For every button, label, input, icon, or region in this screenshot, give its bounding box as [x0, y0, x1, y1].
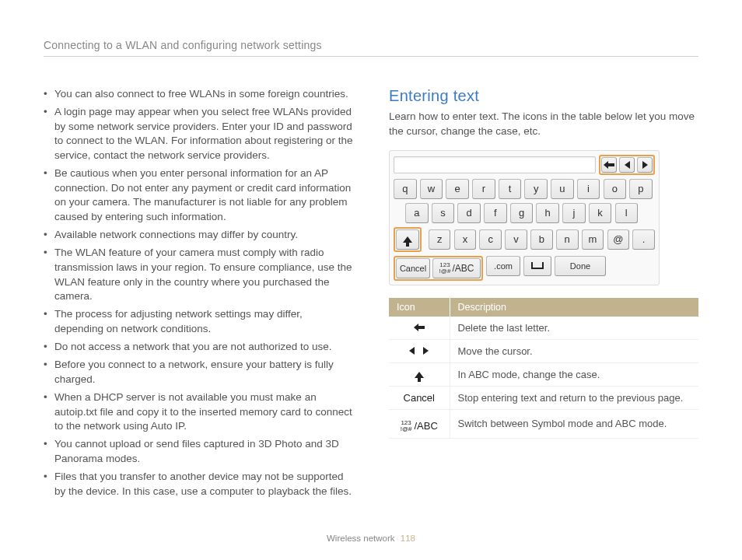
shift-key[interactable]: [396, 229, 419, 250]
key-t[interactable]: t: [499, 179, 522, 199]
table-row: Cancel Stop entering text and return to …: [389, 386, 698, 409]
key-u[interactable]: u: [551, 179, 574, 199]
key-p[interactable]: p: [629, 179, 653, 199]
key-d[interactable]: d: [457, 203, 481, 223]
key-b[interactable]: b: [530, 229, 553, 250]
table-cell-desc: Delete the last letter.: [450, 317, 698, 340]
mode-symbol-icon: 123!@#: [439, 262, 451, 275]
cursor-left-key[interactable]: [619, 157, 635, 173]
cursor-controls-group: [599, 155, 655, 175]
triangle-left-icon: [625, 161, 630, 169]
list-item: When a DHCP server is not available you …: [44, 390, 353, 434]
cancel-label: Cancel: [404, 392, 435, 404]
key-period[interactable]: .: [632, 229, 655, 250]
table-row: 123!@# /ABC Switch between Symbol mode a…: [389, 409, 698, 438]
space-key[interactable]: [523, 256, 551, 276]
table-header-desc: Description: [450, 298, 698, 317]
shift-key-highlight: [394, 227, 422, 252]
text-input[interactable]: [394, 156, 596, 173]
list-item: You cannot upload or send files captured…: [44, 437, 353, 466]
list-item: Be cautious when you enter personal info…: [44, 166, 353, 225]
key-v[interactable]: v: [505, 229, 527, 250]
shift-icon: [415, 372, 424, 378]
key-o[interactable]: o: [604, 179, 627, 199]
mode-label: 123!@# /ABC: [401, 420, 438, 432]
key-q[interactable]: q: [394, 179, 417, 199]
cursor-right-key[interactable]: [637, 157, 653, 173]
triangle-right-icon: [423, 347, 429, 355]
content-columns: You can also connect to free WLANs in so…: [44, 87, 698, 513]
key-r[interactable]: r: [472, 179, 495, 199]
table-cell-desc: Move the cursor.: [450, 339, 698, 362]
key-a[interactable]: a: [405, 203, 429, 223]
key-c[interactable]: c: [479, 229, 502, 250]
mode-label: /ABC: [452, 263, 474, 274]
section-heading: Entering text: [389, 87, 698, 105]
keyboard-row-1: q w e r t y u i o p: [394, 179, 655, 199]
key-i[interactable]: i: [577, 179, 600, 199]
key-l[interactable]: l: [615, 203, 639, 223]
key-w[interactable]: w: [420, 179, 443, 199]
key-h[interactable]: h: [536, 203, 559, 223]
section-intro: Learn how to enter text. The icons in th…: [389, 110, 698, 139]
key-f[interactable]: f: [484, 203, 507, 223]
table-cell-desc: In ABC mode, change the case.: [450, 362, 698, 386]
triangle-left-icon: [409, 347, 415, 355]
list-item: The process for adjusting network settin…: [44, 307, 353, 336]
list-item: The WLAN feature of your camera must com…: [44, 246, 353, 304]
bullet-list: You can also connect to free WLANs in so…: [44, 87, 353, 499]
key-m[interactable]: m: [582, 229, 604, 250]
mode-switch-key[interactable]: 123!@# /ABC: [432, 258, 481, 278]
table-row: Delete the last letter.: [389, 317, 698, 340]
triangle-right-icon: [642, 161, 648, 169]
shift-icon: [403, 236, 412, 243]
page-footer: Wireless network 118: [0, 534, 742, 543]
list-item: Available network connections may differ…: [44, 228, 353, 243]
backspace-icon: [414, 324, 425, 331]
backspace-icon: [604, 161, 614, 169]
table-cell-desc: Switch between Symbol mode and ABC mode.: [450, 409, 698, 438]
done-key[interactable]: Done: [555, 256, 606, 276]
footer-section: Wireless network: [327, 534, 395, 543]
key-y[interactable]: y: [524, 179, 548, 199]
dotcom-key[interactable]: .com: [486, 256, 520, 276]
left-column: You can also connect to free WLANs in so…: [44, 87, 353, 513]
list-item: A login page may appear when you select …: [44, 105, 353, 163]
list-item: Before you connect to a network, ensure …: [44, 358, 353, 387]
key-g[interactable]: g: [510, 203, 534, 223]
page-header: Connecting to a WLAN and configuring net…: [44, 39, 698, 57]
key-j[interactable]: j: [562, 203, 586, 223]
mode-symbol-icon: 123!@#: [401, 420, 412, 432]
footer-page-number: 118: [401, 534, 415, 543]
table-row: Move the cursor.: [389, 339, 698, 362]
list-item: Do not access a network that you are not…: [44, 340, 353, 355]
right-column: Entering text Learn how to enter text. T…: [389, 87, 698, 513]
cancel-mode-highlight: Cancel 123!@# /ABC: [394, 256, 483, 281]
key-s[interactable]: s: [432, 203, 455, 223]
virtual-keyboard: q w e r t y u i o p a s d f g h j k l: [389, 150, 660, 285]
key-e[interactable]: e: [446, 179, 469, 199]
icon-description-table: Icon Description Delete the last letter.…: [389, 298, 698, 439]
table-header-icon: Icon: [389, 298, 450, 317]
table-cell-desc: Stop entering text and return to the pre…: [450, 386, 698, 409]
list-item: Files that you transfer to another devic…: [44, 470, 353, 499]
keyboard-row-3: z x c v b n m @ .: [394, 227, 655, 252]
table-row: In ABC mode, change the case.: [389, 362, 698, 386]
backspace-key[interactable]: [601, 157, 617, 173]
key-z[interactable]: z: [429, 229, 451, 250]
key-k[interactable]: k: [589, 203, 612, 223]
key-at[interactable]: @: [607, 229, 630, 250]
list-item: You can also connect to free WLANs in so…: [44, 87, 353, 102]
keyboard-row-bottom: Cancel 123!@# /ABC .com Done: [394, 256, 655, 281]
space-icon: [531, 262, 544, 269]
key-x[interactable]: x: [454, 229, 477, 250]
keyboard-row-2: a s d f g h j k l: [394, 203, 655, 223]
cancel-key[interactable]: Cancel: [396, 258, 430, 278]
key-n[interactable]: n: [556, 229, 579, 250]
